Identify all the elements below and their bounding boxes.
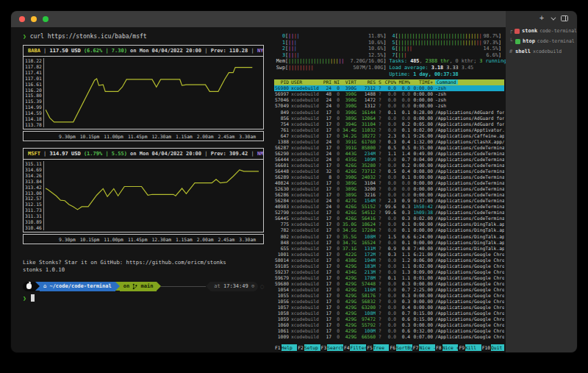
column-header-time[interactable]: TIME+ bbox=[412, 79, 433, 85]
process-row[interactable]: 782xcodebuild17034.5G17284?0.00.10:00.00… bbox=[274, 227, 504, 233]
process-row[interactable]: 59185xcodebuild170429G183M?0.01.10:02.00… bbox=[274, 263, 504, 269]
process-row[interactable]: 1388xcodebuild240391G61760?0.30.41:32.00… bbox=[274, 139, 504, 145]
process-row[interactable]: 56287xcodebuild170391G85800?0.50.50:35.0… bbox=[274, 145, 504, 151]
sidebar-item-stonk[interactable]: ┌stonkcode-terminal bbox=[509, 26, 577, 36]
cell: 390G bbox=[342, 85, 356, 91]
process-row[interactable]: 647xcodebuild17034.2G10272?2.30.19:26.00… bbox=[274, 133, 504, 139]
process-row[interactable]: 57049xcodebuild240390G1312?0.00.00:00.00… bbox=[274, 103, 504, 109]
process-row[interactable]: 56448xcodebuild320426G73712?0.50.40:08.0… bbox=[274, 168, 504, 174]
process-row[interactable]: 856xcodebuild170389G12064?0.00.00:00.00/… bbox=[274, 116, 504, 121]
column-header-ni[interactable]: NI bbox=[334, 79, 340, 85]
process-row[interactable]: 52630xcodebuild170389G3200?0.00.00:00.00… bbox=[274, 186, 504, 192]
process-row[interactable]: 56444xcodebuild240435G109M?0.00.70:04.00… bbox=[274, 157, 504, 163]
cell: 17 bbox=[323, 186, 331, 192]
process-row[interactable]: 1055xcodebuild170429G58176?0.00.30:00.00… bbox=[274, 293, 504, 299]
cell: 56601 bbox=[274, 163, 289, 168]
separator: | bbox=[248, 151, 257, 157]
process-row[interactable]: 56286xcodebuild170389G3216?0.00.00:00.00… bbox=[274, 192, 504, 198]
process-row[interactable]: 1061xcodebuild170429G100M?0.00.60:32.00/… bbox=[274, 328, 504, 334]
sidebar-item-shell[interactable]: #shellxcodebuild bbox=[509, 46, 577, 57]
github-star-line: Like Stonks? Star it on GitHub: https://… bbox=[23, 259, 264, 266]
cell: 12064 bbox=[359, 116, 376, 121]
process-row[interactable]: 52790xcodebuild170426G54512?99.60.31h09:… bbox=[274, 210, 504, 216]
chart-plot-area: 118.22117.82117.41117.01116.61116.20115.… bbox=[24, 57, 263, 129]
shell-input-line[interactable]: ❯ bbox=[23, 294, 264, 302]
zoom-button[interactable] bbox=[43, 16, 49, 22]
meter-bracket: ] bbox=[383, 58, 386, 65]
process-row[interactable]: 57046xcodebuild240390G1472?0.00.00:00.00… bbox=[274, 97, 504, 103]
window-titlebar[interactable] bbox=[11, 11, 506, 27]
text-span: Load average: bbox=[390, 65, 431, 71]
process-row[interactable]: 56289xcodebuild80390G24032?0.00.10:00.00… bbox=[274, 174, 504, 180]
fkey-kill[interactable]: F9Kill bbox=[458, 344, 481, 351]
process-row[interactable]: 761xcodebuild17034.4G11032?0.00.10:02.00… bbox=[274, 127, 504, 133]
column-header-mem[interactable]: MEM% bbox=[398, 79, 410, 85]
cell: 0 bbox=[334, 127, 340, 133]
fkey-setup[interactable]: F2Setup bbox=[297, 344, 320, 351]
cell: 59680 bbox=[274, 281, 289, 287]
process-row[interactable]: 40983xcodebuild240426G55152?99.60.31h50:… bbox=[274, 204, 504, 210]
fkey-nice[interactable]: F7Nice - bbox=[412, 344, 435, 351]
process-row[interactable]: 56997xcodebuild480390G1488?0.00.00:00.00… bbox=[274, 91, 504, 97]
process-row[interactable]: 56284xcodebuild240427G154M?2.30.90:37.00… bbox=[274, 198, 504, 204]
cell: 0 bbox=[334, 174, 340, 180]
process-row[interactable]: 59680xcodebuild170429G57448?0.00.30:00.0… bbox=[274, 281, 504, 287]
window-content: ❯ curl https://stonks.icu/baba/msft BABA… bbox=[11, 27, 506, 352]
sidebar-item-htop[interactable]: └htopcode-terminal bbox=[509, 36, 577, 46]
process-row[interactable]: 848xcodebuild17034.7G16524?0.00.10:00.00… bbox=[274, 240, 504, 246]
fkey-quit[interactable]: F10Quit bbox=[481, 344, 504, 351]
process-row[interactable]: 775xcodebuild17035.0G10624?0.00.10:00.00… bbox=[274, 221, 504, 227]
meter-bracket: ] bbox=[383, 65, 386, 71]
column-header-cpu[interactable]: CPU% bbox=[384, 79, 396, 85]
process-row[interactable]: 56980xcodebuild240390G7312?0.00.00:00.00… bbox=[274, 85, 504, 91]
cell: /Applications/DingTalk.ap bbox=[435, 221, 504, 227]
chart-ticker: BABA bbox=[28, 48, 40, 54]
process-row[interactable]: 56445xcodebuild170426G56416?0.00.30:02.0… bbox=[274, 216, 504, 221]
close-button[interactable] bbox=[19, 16, 25, 22]
column-header-virt[interactable]: VIRT bbox=[342, 79, 356, 85]
fkey-nice[interactable]: F8Nice + bbox=[435, 344, 458, 351]
cell: 0.5 bbox=[384, 168, 396, 174]
process-row[interactable]: 1001xcodebuild170422G172M?0.31.16:21.00/… bbox=[274, 252, 504, 257]
cell: 0 bbox=[334, 246, 340, 252]
column-header-command[interactable]: Command bbox=[435, 79, 504, 85]
process-row[interactable]: 58014xcodebuild170438G194M?0.01.20:06.00… bbox=[274, 257, 504, 263]
process-row[interactable]: 802xcodebuild17035.5G108M?1.50.66:24.00/… bbox=[274, 234, 504, 240]
process-row[interactable]: 1060xcodebuild170429G55792?0.00.30:00.00… bbox=[274, 322, 504, 328]
fkey-key: F6 bbox=[389, 344, 396, 351]
column-header-pri[interactable]: PRI bbox=[323, 79, 331, 85]
column-header-s[interactable]: S bbox=[378, 79, 382, 85]
process-row[interactable]: 1056xcodebuild170429G56832?0.00.30:00.00… bbox=[274, 299, 504, 305]
chevron-down-icon[interactable] bbox=[551, 15, 556, 20]
process-row[interactable]: 1009xcodebuild170429G66560?0.00.40:07.00… bbox=[274, 334, 504, 340]
fkey-tree[interactable]: F5Tree bbox=[366, 344, 389, 351]
column-header-user[interactable]: USER bbox=[291, 79, 320, 85]
process-row[interactable]: 59679xcodebuild170429G178M?0.11.10:01.00… bbox=[274, 275, 504, 281]
process-row[interactable]: 1057xcodebuild170429G63200?0.00.40:00.00… bbox=[274, 305, 504, 310]
process-row[interactable]: 40824xcodebuild170389G3104?0.00.00:00.00… bbox=[274, 180, 504, 186]
process-row[interactable]: 754xcodebuild170394G31104?0.00.20:05.00/… bbox=[274, 121, 504, 127]
fkey-filter[interactable]: F4Filter bbox=[343, 344, 366, 351]
cell: ? bbox=[378, 110, 382, 116]
cell: ? bbox=[378, 275, 382, 281]
fkey-help[interactable]: F1Help bbox=[274, 344, 297, 351]
split-view-icon[interactable] bbox=[561, 15, 568, 21]
minimize-button[interactable] bbox=[31, 16, 37, 22]
process-row[interactable]: 56601xcodebuild170426G35280?0.00.20:00.0… bbox=[274, 163, 504, 168]
process-row[interactable]: 59237xcodebuild170434G213M?0.01.30:09.00… bbox=[274, 269, 504, 275]
process-table-header[interactable]: PIDUSERPRINIVIRTRESSCPU%MEM%TIME+Command bbox=[274, 79, 504, 85]
cell: xcodebuild bbox=[291, 157, 320, 163]
cell: 1060 bbox=[274, 322, 289, 328]
fkey-search[interactable]: F3Search bbox=[320, 344, 343, 351]
new-pane-button[interactable]: + bbox=[539, 15, 544, 22]
process-row[interactable]: 849xcodebuild170390G16144?0.10.10:28.00/… bbox=[274, 110, 504, 116]
process-row[interactable]: 655xcodebuild17037.1G131M?0.90.87:40.00/… bbox=[274, 246, 504, 252]
fkey-sortby[interactable]: F6SortBy bbox=[389, 344, 412, 351]
process-row[interactable]: 1059xcodebuild170429G97472?0.00.60:15.00… bbox=[274, 316, 504, 322]
column-header-res[interactable]: RES bbox=[359, 79, 376, 85]
process-row[interactable]: 1054xcodebuild170429G116M?0.00.72:25.00/… bbox=[274, 287, 504, 293]
cell: 761 bbox=[274, 127, 289, 133]
process-row[interactable]: 56290xcodebuild240443G234M?1.11.40:49.00… bbox=[274, 151, 504, 157]
process-row[interactable]: 1058xcodebuild170429G108M?0.00.70:15.00/… bbox=[274, 310, 504, 316]
column-header-pid[interactable]: PID bbox=[274, 79, 289, 85]
